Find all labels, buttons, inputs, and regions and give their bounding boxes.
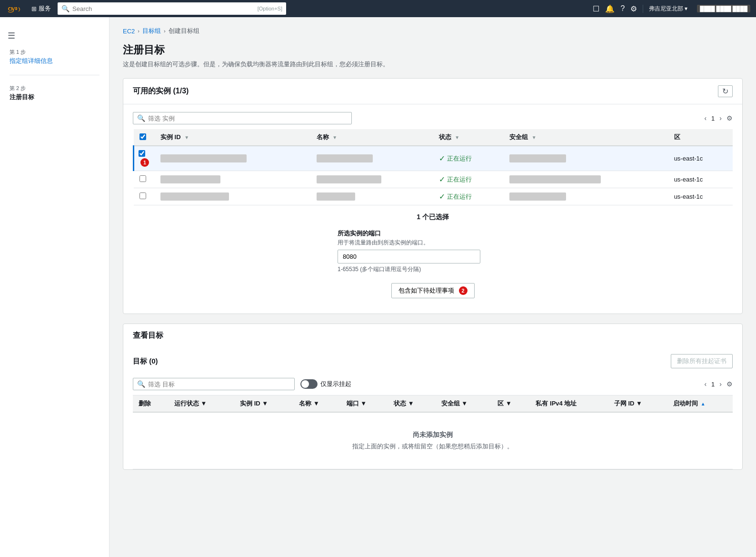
targets-table-header: 删除 运行状态 ▼ 实例 ID ▼ 名称 [133,395,733,412]
row2-checkbox-cell [134,171,155,188]
targets-prev-page-btn[interactable]: ‹ [702,379,708,389]
instances-search[interactable]: 🔍 [133,112,352,124]
row2-status: ✓ 正在运行 [433,171,504,188]
search-icon-instances: 🔍 [137,114,145,122]
sort-t-sg: ▼ [461,400,468,407]
targets-count-title: 目标 (0) [133,357,158,366]
targets-table-settings[interactable]: ⚙ [726,380,733,388]
breadcrumb-current: 创建目标组 [169,27,199,35]
targets-search[interactable]: 🔍 [133,378,295,390]
global-search[interactable]: 🔍 [Option+S] [58,2,286,15]
sort-t-zone: ▼ [506,400,512,407]
available-instances-panel: 可用的实例 (1/3) ↻ 🔍 ‹ 1 › ⚙ [123,78,743,314]
top-navigation: ⊞ 服务 🔍 [Option+S] ☐ 🔔 ? ⚙ 弗吉尼亚北部 ▾ ████ … [0,0,756,17]
sort-run-status: ▼ [200,400,207,407]
toggle-switch[interactable] [300,379,318,389]
instances-pagination: ‹ 1 › ⚙ [702,113,733,123]
bell-icon[interactable]: 🔔 [605,4,615,13]
empty-state-title: 尚未添加实例 [153,431,713,439]
row1-name: ████████████ [311,146,433,171]
sidebar-toggle[interactable]: ☰ [0,27,109,45]
instances-search-input[interactable] [148,115,348,122]
available-instances-title: 可用的实例 (1/3) [133,86,189,96]
status-running-icon-2: ✓ [439,175,445,184]
sidebar-step-2: 第 2 步 注册目标 [0,81,109,105]
col-t-instance-id: 实例 ID ▼ [234,395,293,412]
region-selector[interactable]: 弗吉尼亚北部 ▾ [643,5,687,13]
include-btn-wrapper: 包含如下待处理事项 2 [140,283,725,298]
available-instances-body: 🔍 ‹ 1 › ⚙ [123,104,742,314]
selection-section: 1 个已选择 所选实例的端口 用于将流量路由到所选实例的端口。 1-65535 … [133,205,733,306]
sidebar-step-1: 第 1 步 指定组详细信息 [0,45,109,69]
page-number: 1 [711,115,715,122]
sort-icon-sg: ▼ [532,135,537,140]
port-input[interactable] [338,250,480,263]
sort-icon-id: ▼ [184,135,189,140]
next-page-btn[interactable]: › [717,113,724,123]
help-icon[interactable]: ? [620,4,625,13]
include-button[interactable]: 包含如下待处理事项 2 [391,283,475,298]
sort-t-port: ▼ [360,400,367,407]
refresh-button[interactable]: ↻ [718,85,733,97]
table-row[interactable]: i-██████████████ ████████ ✓ 正在运行 [134,188,733,205]
sort-t-name: ▼ [313,400,319,407]
breadcrumb-ec2[interactable]: EC2 [123,28,135,35]
targets-inner: 目标 (0) 删除所有挂起证书 🔍 仅显示挂起 [123,347,742,469]
toggle-pending: 仅显示挂起 [300,379,351,389]
col-status: 状态 ▼ [433,129,504,146]
targets-next-page-btn[interactable]: › [717,379,724,389]
sort-t-id: ▼ [262,400,268,407]
notifications-icon[interactable]: ☐ [593,4,599,13]
nav-services-menu[interactable]: ⊞ 服务 [29,2,54,15]
col-instance-id: 实例 ID ▼ [155,129,311,146]
review-targets-panel: 查看目标 目标 (0) 删除所有挂起证书 🔍 [123,324,743,470]
search-icon: 🔍 [61,5,70,12]
prev-page-btn[interactable]: ‹ [702,113,708,123]
targets-pagination: ‹ 1 › ⚙ [702,379,733,389]
breadcrumb-sep-2: › [164,28,166,34]
row3-checkbox[interactable] [139,192,146,199]
sidebar-step-1-link[interactable]: 指定组详细信息 [10,57,99,65]
row1-status: ✓ 正在运行 [433,146,504,171]
empty-state-row: 尚未添加实例 指定上面的实例，或将组留空（如果您想稍后添加目标）。 [133,412,733,469]
sidebar-step-2-link: 注册目标 [10,93,99,101]
table-settings-icon[interactable]: ⚙ [726,114,733,122]
row1-id: i-██████████████████ [155,146,311,171]
col-t-launch: 启动时间 ▲ [667,395,733,412]
port-label: 所选实例的端口 [338,229,381,238]
sort-icon-name: ▼ [332,135,337,140]
instances-table-header: 实例 ID ▼ 名称 ▼ 状态 ▼ [134,129,733,146]
instances-toolbar: 🔍 ‹ 1 › ⚙ [133,112,733,124]
row1-checkbox[interactable] [139,150,145,157]
selection-count: 1 个已选择 [140,213,725,222]
sort-t-state: ▼ [408,400,414,407]
row3-checkbox-cell [134,188,155,205]
row2-checkbox[interactable] [139,175,146,182]
breadcrumb: EC2 › 目标组 › 创建目标组 [123,27,743,35]
include-btn-badge: 2 [459,286,468,295]
targets-search-input[interactable] [148,381,290,388]
targets-toolbar: 🔍 仅显示挂起 ‹ 1 › ⚙ [133,373,733,395]
nav-icons-group: ☐ 🔔 ? ⚙ 弗吉尼亚北部 ▾ ████ ████ ████ [593,4,750,13]
col-zone: 区 [668,129,733,146]
toggle-label: 仅显示挂起 [320,380,351,388]
empty-state: 尚未添加实例 指定上面的实例，或将组留空（如果您想稍后添加目标）。 [139,416,727,465]
port-hint: 1-65535 (多个端口请用逗号分隔) [338,265,421,273]
breadcrumb-sep-1: › [138,28,139,34]
targets-page-num: 1 [711,381,715,388]
col-name: 名称 ▼ [311,129,433,146]
sidebar: ☰ 第 1 步 指定组详细信息 第 2 步 注册目标 [0,17,109,557]
settings-icon[interactable]: ⚙ [630,4,637,13]
targets-table: 删除 运行状态 ▼ 实例 ID ▼ 名称 [133,395,733,469]
chevron-down-icon: ▾ [685,5,687,12]
select-all-checkbox[interactable] [139,133,146,140]
breadcrumb-target-groups[interactable]: 目标组 [142,27,161,35]
col-run-status: 运行状态 ▼ [169,395,234,412]
table-row[interactable]: 1 i-██████████████████ ████████████ ✓ [134,146,733,171]
col-sg: 安全组 ▼ [504,129,668,146]
table-row[interactable]: i-████████████ ██████████████ ✓ 正在运行 [134,171,733,188]
row1-sg: ████████████ [504,146,668,171]
delete-all-button[interactable]: 删除所有挂起证书 [671,354,733,368]
port-desc: 用于将流量路由到所选实例的端口。 [338,239,429,247]
search-input[interactable] [72,5,255,12]
